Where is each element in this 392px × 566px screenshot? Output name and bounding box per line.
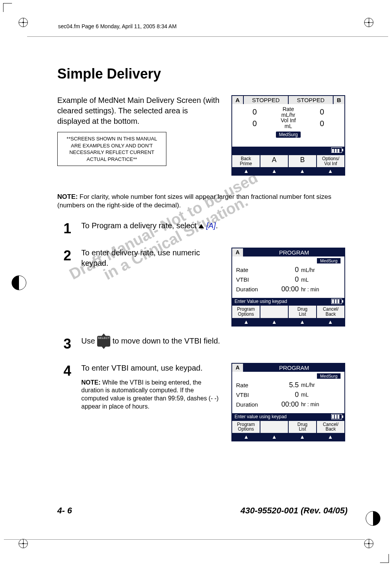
- up-arrow-icon[interactable]: ▲: [260, 167, 289, 175]
- vol-b-value: 0: [305, 119, 339, 128]
- channel-a-label: A: [232, 96, 244, 104]
- step-3-text-b: to move down to the VTBI field.: [110, 337, 220, 345]
- vtbi-value: 0: [268, 275, 301, 284]
- rate-label: Rate: [236, 382, 268, 388]
- up-arrow-icon[interactable]: ▲: [232, 167, 260, 175]
- note-label: NOTE:: [81, 379, 101, 386]
- vtbi-label: VTBI: [236, 276, 268, 283]
- up-arrow-icon[interactable]: ▲: [260, 318, 289, 326]
- channel-b-label: B: [334, 96, 344, 104]
- prompt-text: Enter value using keypad: [235, 414, 287, 419]
- up-arrow-icon[interactable]: ▲: [232, 318, 260, 326]
- page-title: Simple Delivery: [57, 66, 347, 82]
- document-number: 430-95520-001 (Rev. 04/05): [241, 506, 347, 516]
- vtbi-unit: mL: [301, 277, 308, 283]
- softkey-drug-list[interactable]: Drug List: [289, 421, 317, 433]
- up-arrow-icon[interactable]: ▲: [288, 167, 317, 175]
- up-arrow-icon[interactable]: ▲: [288, 318, 317, 326]
- footer-rule: [4, 539, 365, 540]
- pump-screen-program-vtbi: A PROGRAM MedSurg Rate5.5mL/hr VTBI0mL D…: [231, 363, 345, 441]
- battery-icon: [331, 299, 342, 304]
- softkey-b[interactable]: B: [289, 155, 317, 167]
- registration-mark-icon: [19, 18, 28, 27]
- channel-a-label: A: [232, 248, 244, 256]
- rate-a-value: 0: [238, 108, 271, 116]
- duration-label: Duration: [236, 401, 268, 408]
- note-text: For clarity, whole number font sizes wil…: [57, 193, 331, 209]
- vtbi-label: VTBI: [236, 392, 268, 398]
- duration-unit: hr : min: [301, 401, 319, 407]
- care-area-badge: MedSurg: [317, 373, 341, 379]
- up-arrow-icon[interactable]: ▲: [288, 433, 317, 441]
- rate-unit: mL/hr: [281, 112, 295, 118]
- step-4-note-text: While the VTBI is being entered, the dur…: [81, 379, 219, 410]
- screen-reference-a: [A]: [206, 221, 216, 230]
- intro-paragraph: Example of MedNet Main Delivery Screen (…: [57, 95, 221, 127]
- header-rule: [27, 36, 388, 37]
- softkey-back-prime[interactable]: Back Prime: [232, 155, 260, 167]
- step-number: 1: [57, 221, 71, 237]
- crop-mark: [3, 3, 12, 12]
- rate-unit: mL/hr: [301, 382, 315, 388]
- up-arrow-icon[interactable]: ▲: [317, 318, 345, 326]
- fold-mark-icon: [366, 511, 380, 526]
- softkey-program-options[interactable]: Program Options: [232, 421, 260, 433]
- up-arrow-icon[interactable]: ▲: [317, 167, 345, 175]
- registration-mark-icon: [19, 539, 28, 548]
- step-number: 2: [57, 248, 71, 264]
- vol-a-value: 0: [238, 119, 271, 128]
- care-area-badge: MedSurg: [276, 132, 301, 138]
- registration-mark-icon: [364, 539, 373, 548]
- channel-a-label: A: [232, 364, 244, 372]
- step-number: 3: [57, 336, 71, 352]
- screen-title: PROGRAM: [244, 364, 344, 372]
- step-4-text: To enter VTBI amount, use keypad.: [81, 364, 203, 372]
- battery-icon: [331, 147, 342, 153]
- up-arrow-icon[interactable]: ▲: [232, 433, 260, 441]
- step-2-text: To enter delivery rate, use numeric keyp…: [81, 248, 221, 268]
- softkey-blank[interactable]: [260, 306, 289, 318]
- fold-mark-icon: [12, 275, 26, 290]
- prompt-text: Enter Value using keypad: [235, 299, 287, 304]
- vtbi-unit: mL: [301, 392, 308, 398]
- rate-label: Rate: [236, 267, 268, 273]
- up-triangle-icon: [199, 224, 204, 228]
- rate-value: 5.5: [268, 381, 301, 389]
- softkey-program-options[interactable]: Program Options: [232, 306, 260, 318]
- softkey-options-volinf[interactable]: Options/ Vol Inf: [317, 155, 344, 167]
- crop-mark: [380, 554, 389, 563]
- battery-icon: [331, 414, 342, 419]
- rate-label: Rate: [282, 106, 294, 112]
- softkey-drug-list[interactable]: Drug List: [289, 306, 317, 318]
- rate-b-value: 0: [305, 108, 339, 116]
- softkey-blank[interactable]: [260, 421, 289, 433]
- rate-value-selected[interactable]: 0: [295, 266, 299, 274]
- vtbi-value-selected[interactable]: 0: [295, 391, 299, 398]
- status-a: STOPPED: [244, 96, 289, 104]
- up-arrow-icon[interactable]: ▲: [260, 433, 289, 441]
- up-arrow-icon[interactable]: ▲: [317, 433, 345, 441]
- softkey-cancel-back[interactable]: Cancel/ Back: [317, 421, 344, 433]
- vol-unit: mL: [284, 123, 292, 129]
- duration-value: 00:00: [268, 285, 301, 293]
- duration-label: Duration: [236, 286, 268, 292]
- select-key-icon: SELECT: [97, 336, 110, 347]
- softkey-cancel-back[interactable]: Cancel/ Back: [317, 306, 344, 318]
- pump-screen-main: A STOPPED STOPPED B 0 RatemL/hr 0 0: [231, 95, 345, 176]
- note-label: NOTE:: [57, 193, 78, 200]
- page-number: 4- 6: [57, 506, 72, 516]
- screen-title: PROGRAM: [244, 248, 344, 256]
- vol-label: Vol Inf: [281, 117, 296, 123]
- registration-mark-icon: [364, 18, 373, 27]
- status-b: STOPPED: [289, 96, 334, 104]
- step-number: 4: [57, 363, 71, 379]
- step-1-text: To Program a delivery rate, select: [81, 221, 199, 230]
- duration-unit: hr : min: [301, 286, 319, 292]
- care-area-badge: MedSurg: [317, 258, 341, 263]
- pump-screen-program-rate: A PROGRAM MedSurg Rate0mL/hr VTBI0mL Dur…: [231, 248, 345, 326]
- softkey-a[interactable]: A: [260, 155, 289, 167]
- rate-unit: mL/hr: [301, 267, 315, 273]
- step-3-text-a: Use: [81, 337, 97, 345]
- duration-value: 00:00: [268, 400, 301, 409]
- disclaimer-box: **SCREENS SHOWN IN THIS MANUAL ARE EXAMP…: [57, 132, 166, 166]
